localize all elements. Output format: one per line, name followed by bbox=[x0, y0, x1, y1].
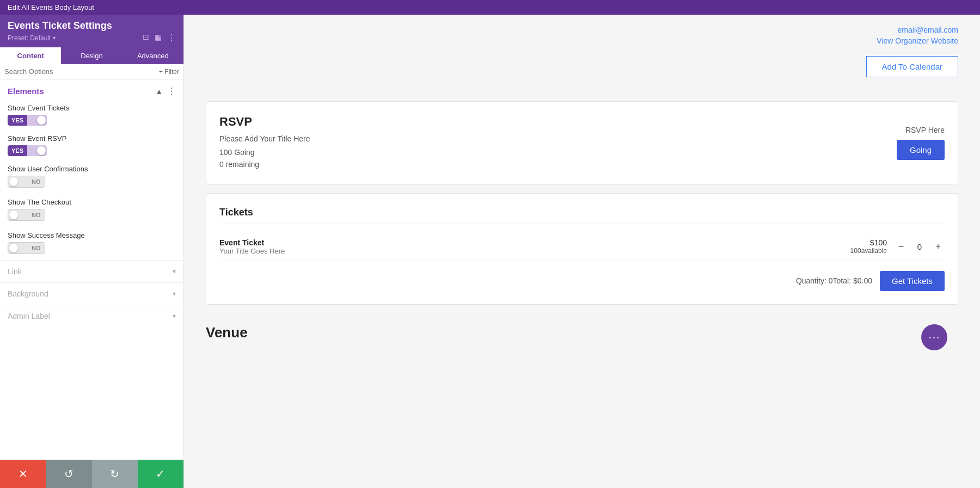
toggle-label-success: Show Success Message bbox=[8, 231, 176, 239]
collapsible-background[interactable]: Background ▾ bbox=[0, 282, 183, 305]
background-chevron-icon: ▾ bbox=[173, 290, 176, 298]
admin-label-chevron-icon: ▾ bbox=[173, 312, 176, 320]
ticket-subtitle: Your Title Goes Here bbox=[219, 247, 285, 255]
toggle-thumb bbox=[37, 116, 46, 125]
top-bar-title: Edit All Events Body Layout bbox=[8, 3, 94, 11]
add-to-calendar-button[interactable]: Add To Calendar bbox=[866, 56, 958, 77]
toggle-thumb-conf bbox=[9, 177, 18, 186]
toggle-no-text-success: NO bbox=[28, 243, 45, 254]
floating-action-button[interactable]: ··· bbox=[921, 324, 947, 350]
expand-icon[interactable]: ⊡ bbox=[143, 33, 149, 43]
sidebar-tabs: Content Design Advanced bbox=[0, 47, 183, 64]
more-icon[interactable]: ⋮ bbox=[167, 33, 176, 43]
section-controls: ▲ ⋮ bbox=[155, 86, 176, 96]
toggle-yes-rsvp: YES bbox=[8, 145, 27, 156]
organizer-website-link[interactable]: View Organizer Website bbox=[877, 36, 958, 45]
elements-title: Elements bbox=[8, 87, 44, 96]
toggle-yes-label: YES bbox=[8, 115, 27, 126]
qty-control: − 0 + bbox=[895, 240, 945, 253]
rsvp-card-inner: RSVP Please Add Your Title Here 100 Goin… bbox=[219, 115, 945, 171]
ticket-price: $100 bbox=[850, 238, 887, 247]
toggle-show-event-rsvp: Show Event RSVP YES bbox=[0, 130, 183, 160]
ticket-available: 100available bbox=[850, 247, 887, 255]
tickets-title: Tickets bbox=[219, 207, 945, 224]
going-button[interactable]: Going bbox=[897, 140, 945, 160]
rsvp-remaining: 0 remaining bbox=[219, 158, 897, 170]
admin-label-label: Admin Label bbox=[8, 312, 50, 320]
sidebar-body: Elements ▲ ⋮ Show Event Tickets YES Sho bbox=[0, 79, 183, 460]
chevron-up-icon[interactable]: ▲ bbox=[155, 87, 163, 96]
preset-arrow: ▾ bbox=[53, 35, 56, 41]
tab-content[interactable]: Content bbox=[0, 47, 61, 64]
undo-button[interactable]: ↺ bbox=[46, 460, 91, 488]
ticket-right: $100 100available − 0 + bbox=[850, 238, 945, 255]
elements-section-header: Elements ▲ ⋮ bbox=[0, 79, 183, 100]
main-layout: Events Ticket Settings Preset: Default ▾… bbox=[0, 15, 980, 488]
preset-label: Preset: Default bbox=[8, 34, 51, 42]
sidebar-header: Events Ticket Settings Preset: Default ▾… bbox=[0, 15, 183, 47]
content-area: email@email.com View Organizer Website A… bbox=[184, 15, 980, 488]
venue-title: Venue bbox=[206, 324, 958, 341]
background-label: Background bbox=[8, 289, 48, 298]
tickets-card: Tickets Event Ticket Your Title Goes Her… bbox=[206, 193, 958, 305]
toggle-no-text-conf: NO bbox=[28, 176, 45, 187]
toggle-label-tickets: Show Event Tickets bbox=[8, 104, 176, 112]
tab-design[interactable]: Design bbox=[61, 47, 122, 64]
toggle-no-text-checkout: NO bbox=[28, 209, 45, 220]
link-chevron-icon: ▾ bbox=[173, 268, 176, 275]
organizer-links: email@email.com View Organizer Website bbox=[877, 26, 958, 45]
toggle-show-user-confirmations: Show User Confirmations NO bbox=[0, 160, 183, 194]
toggle-label-checkout: Show The Checkout bbox=[8, 198, 176, 206]
toggle-show-success: Show Success Message NO bbox=[0, 227, 183, 260]
search-row: + Filter bbox=[0, 64, 183, 79]
rsvp-subtitle: Please Add Your Title Here bbox=[219, 134, 897, 143]
content-top: email@email.com View Organizer Website bbox=[206, 15, 958, 51]
toggle-confirmations-switch[interactable]: NO bbox=[8, 176, 45, 188]
close-button[interactable]: ✕ bbox=[0, 460, 46, 488]
toggle-thumb-success bbox=[9, 244, 18, 252]
sidebar: Events Ticket Settings Preset: Default ▾… bbox=[0, 15, 184, 488]
search-input[interactable] bbox=[4, 67, 156, 76]
get-tickets-button[interactable]: Get Tickets bbox=[880, 271, 945, 291]
top-bar: Edit All Events Body Layout bbox=[0, 0, 980, 15]
rsvp-here-label: RSVP Here bbox=[905, 126, 945, 134]
tickets-footer: Quantity: 0Total: $0.00 Get Tickets bbox=[219, 271, 945, 291]
collapsible-link[interactable]: Link ▾ bbox=[0, 260, 183, 282]
qty-decrement-button[interactable]: − bbox=[895, 240, 908, 253]
rsvp-card-left: RSVP Please Add Your Title Here 100 Goin… bbox=[219, 115, 897, 171]
rsvp-going: 100 Going bbox=[219, 146, 897, 158]
rsvp-meta: 100 Going 0 remaining bbox=[219, 146, 897, 171]
redo-button[interactable]: ↻ bbox=[92, 460, 138, 488]
qty-increment-button[interactable]: + bbox=[932, 240, 945, 253]
qty-value: 0 bbox=[914, 242, 925, 251]
save-button[interactable]: ✓ bbox=[138, 460, 183, 488]
toggle-track-rsvp bbox=[27, 145, 47, 156]
toggle-no-track-checkout bbox=[8, 209, 28, 220]
columns-icon[interactable]: ▦ bbox=[155, 33, 162, 43]
add-to-calendar-container: Add To Calendar bbox=[206, 51, 958, 88]
toggle-thumb-checkout bbox=[9, 211, 18, 219]
ticket-price-col: $100 100available bbox=[850, 238, 887, 255]
toggle-checkout-switch[interactable]: NO bbox=[8, 209, 45, 221]
venue-section: Venue ··· bbox=[206, 313, 958, 341]
toggle-tickets-switch[interactable]: YES bbox=[8, 115, 47, 126]
toggle-rsvp-switch[interactable]: YES bbox=[8, 145, 47, 156]
toggle-success-switch[interactable]: NO bbox=[8, 242, 45, 254]
bottom-bar: ✕ ↺ ↻ ✓ bbox=[0, 460, 183, 488]
collapsible-admin-label[interactable]: Admin Label ▾ bbox=[0, 305, 183, 327]
toggle-track bbox=[27, 115, 47, 126]
ticket-info: Event Ticket Your Title Goes Here bbox=[219, 238, 285, 255]
toggle-thumb-rsvp bbox=[37, 146, 46, 155]
elements-menu-icon[interactable]: ⋮ bbox=[167, 86, 176, 96]
rsvp-title: RSVP bbox=[219, 115, 897, 129]
toggle-label-rsvp: Show Event RSVP bbox=[8, 134, 176, 143]
filter-button[interactable]: + Filter bbox=[159, 68, 179, 76]
organizer-email[interactable]: email@email.com bbox=[898, 26, 958, 34]
toggle-no-track-success bbox=[8, 243, 28, 254]
link-label: Link bbox=[8, 267, 22, 276]
toggle-no-track-conf bbox=[8, 176, 28, 187]
qty-total-text: Quantity: 0Total: $0.00 bbox=[796, 276, 872, 285]
toggle-label-confirmations: Show User Confirmations bbox=[8, 165, 176, 173]
toggle-show-event-tickets: Show Event Tickets YES bbox=[0, 100, 183, 130]
tab-advanced[interactable]: Advanced bbox=[122, 47, 183, 64]
